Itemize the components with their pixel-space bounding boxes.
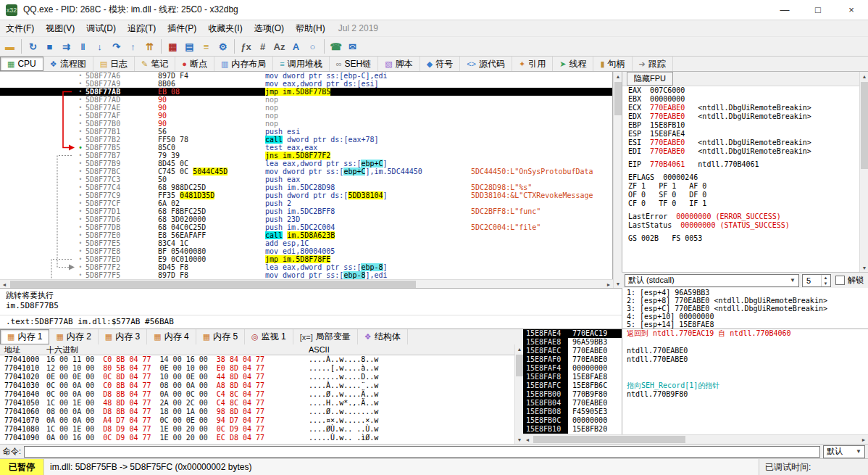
stack-row[interactable]: 15E8FAE896A59BB3 xyxy=(523,338,622,347)
command-input[interactable] xyxy=(24,446,820,458)
argument-row[interactable]: 2: [esp+8] 770EABE0 <ntdll.DbgUiRemoteBr… xyxy=(622,297,868,305)
memory-row[interactable]: 770410700A 00 0A 00 A4 D7 04 77 0C 00 0E… xyxy=(0,416,514,425)
disasm-row[interactable]: •5D8F77E583C4 1Cadd esp,1C xyxy=(0,239,612,247)
stack-row[interactable]: 15E8FB08F45905E3 xyxy=(523,408,622,416)
tab-symbols[interactable]: ◆符号 xyxy=(420,57,460,71)
hide-fpu-button[interactable]: 隐藏FPU xyxy=(627,72,673,86)
stack-row[interactable]: 15E8FB1015E8FB20 xyxy=(523,425,622,434)
minimize-button[interactable]: — xyxy=(768,0,801,20)
memory-row[interactable]: 770410801C 00 1E 00 D8 D9 04 77 1E 00 20… xyxy=(0,425,514,434)
argument-row[interactable]: 3: [esp+C] 770EABE0 <ntdll.DbgUiRemoteBr… xyxy=(622,305,868,313)
step-into-icon[interactable]: ↓ xyxy=(91,38,108,55)
stack-row[interactable]: 15E8FB04770EABE0 xyxy=(523,399,622,408)
tab-call-stack[interactable]: ≡调用堆栈 xyxy=(273,57,329,71)
tab-memory-map[interactable]: ▥内存布局 xyxy=(214,57,273,71)
register-flags[interactable]: OF 0 SF 0 DF 0 xyxy=(622,191,859,199)
calling-convention-dropdown[interactable]: 默认 (stdcall) ▼ xyxy=(625,274,799,287)
scroll-left-arrow[interactable]: ◄ xyxy=(523,435,532,444)
registers-vscrollbar[interactable]: ▲ ▼ xyxy=(859,72,868,272)
tab-log[interactable]: ▤日志 xyxy=(93,57,135,71)
argument-row[interactable]: 4: [esp+10] 00000000 xyxy=(622,313,868,321)
stack-comment-row[interactable]: 指向SEH_Record[1]的指针 xyxy=(622,381,868,390)
stack-comment-row[interactable] xyxy=(622,399,868,408)
stack-row[interactable]: 15E8FAF0770EABE0 xyxy=(523,355,622,364)
tab-memory-5[interactable]: ▦内存 5 xyxy=(196,329,245,344)
register-row[interactable]: LastError 00000000 (ERROR_SUCCESS) xyxy=(622,212,859,221)
run-to-user-code-icon[interactable]: ⇈ xyxy=(141,38,158,55)
pause-icon[interactable]: ‖ xyxy=(75,38,91,55)
register-flags[interactable]: GS 002B FS 0053 xyxy=(622,234,859,243)
disasm-row[interactable]: •5D8F77C350push eax xyxy=(0,175,612,183)
disasm-row[interactable]: •5D8F77CF6A 02push 2 xyxy=(0,199,612,207)
register-row[interactable]: EIP 770B4061 ntdll.770B4061 xyxy=(622,160,859,169)
arguments-pane[interactable]: 1: [esp+4] 96A59BB32: [esp+8] 770EABE0 <… xyxy=(622,288,868,329)
disasm-row[interactable]: •5D8F77D168 F8BFC25Dpush im.5DC2BFF85DC2… xyxy=(0,207,612,215)
disasm-row[interactable]: •5D8F77AD90nop xyxy=(0,96,612,104)
stack-comment-row[interactable] xyxy=(622,364,868,373)
menu-item[interactable]: 帮助(H) xyxy=(290,21,331,36)
disassembly-hscrollbar[interactable]: ◄ ► xyxy=(0,279,613,288)
register-row[interactable]: EFLAGS 00000246 xyxy=(622,173,859,182)
disasm-row[interactable]: •5D8F77A6897D F4mov dword ptr ss:[ebp-C]… xyxy=(0,72,612,80)
register-row[interactable]: EBX 00000000 xyxy=(622,95,859,104)
menu-item[interactable]: 插件(P) xyxy=(162,21,202,36)
scroll-down-arrow[interactable]: ▼ xyxy=(860,263,868,272)
checkbox-icon[interactable] xyxy=(835,276,845,285)
stack-row[interactable]: 15E8FAF815E8FAE8 xyxy=(523,373,622,381)
search-icon[interactable]: ○ xyxy=(304,38,321,55)
tab-watch-1[interactable]: ◎监视 1 xyxy=(245,329,293,344)
scrollbar-thumb[interactable] xyxy=(861,82,868,169)
step-over-icon[interactable]: ↷ xyxy=(108,38,125,55)
scrollbar-thumb[interactable] xyxy=(516,355,523,376)
disasm-row[interactable]: •5D8F77DB68 04C0C25Dpush im.5DC2C0045DC2… xyxy=(0,223,612,231)
register-row[interactable]: EAX 007C6000 xyxy=(622,86,859,95)
scrollbar-thumb[interactable] xyxy=(614,82,622,115)
comments-icon[interactable]: ✉ xyxy=(344,38,361,55)
memory-row[interactable]: 7704106008 00 0A 00 D8 8B 04 77 18 00 1A… xyxy=(0,408,514,416)
disasm-row[interactable]: •5D8F77E0E8 56EAFAFFcall im.5D8A623B xyxy=(0,231,612,239)
command-profile-dropdown[interactable]: 默认 ▼ xyxy=(823,445,865,458)
memory-dump-pane[interactable]: 地址 十六进制 ASCII 7704100016 00 11 00 C0 8B … xyxy=(0,344,514,444)
argument-row[interactable]: 5: [esp+14] 15E8FAE8 xyxy=(622,321,868,329)
strings-icon[interactable]: Az xyxy=(271,38,288,55)
disasm-row[interactable]: •5D8F77ABEB 08jmp im.5D8F77B5 xyxy=(0,88,612,96)
step-out-icon[interactable]: ↑ xyxy=(125,38,141,55)
menu-item[interactable]: 文件(F) xyxy=(0,21,40,36)
register-row[interactable]: LastStatus 00000000 (STATUS_SUCCESS) xyxy=(622,221,859,230)
tab-memory-2[interactable]: ▦内存 2 xyxy=(49,329,98,344)
disasm-row[interactable]: •5D8F77B2FF50 78call dword ptr ds:[eax+7… xyxy=(0,136,612,144)
disasm-row[interactable]: •5D8F77AF90nop xyxy=(0,112,612,120)
menu-item[interactable]: 调试(D) xyxy=(80,21,122,36)
stack-row[interactable]: 15E8FB00770B9F80 xyxy=(523,390,622,399)
disasm-row[interactable]: •5D8F77F28D45 F8lea eax,dword ptr ss:[eb… xyxy=(0,263,612,271)
disasm-row[interactable]: •5D8F77C9FF35 0481D35Dpush dword ptr ds:… xyxy=(0,191,612,199)
stack-comment-row[interactable]: ntdll.770EABE0 xyxy=(622,347,868,355)
unlock-checkbox[interactable]: 解锁 xyxy=(834,275,865,286)
register-row[interactable]: ECX 770EABE0 <ntdll.DbgUiRemoteBreakin> xyxy=(622,104,859,112)
menu-item[interactable]: 选项(O) xyxy=(249,21,290,36)
tab-notes[interactable]: ✎笔记 xyxy=(135,57,175,71)
stack-comments-pane[interactable]: 返回到 ntdll.770EAC19 自 ntdll.770B4060 ntdl… xyxy=(622,329,868,434)
stack-hscrollbar[interactable]: ◄ ► xyxy=(523,434,868,444)
disasm-row[interactable]: •5D8F77BCC745 0C 5044C45Dmov dword ptr s… xyxy=(0,168,612,175)
tab-cpu[interactable]: ▦CPU xyxy=(0,57,43,71)
argument-row[interactable]: 1: [esp+4] 96A59BB3 xyxy=(622,289,868,297)
disasm-row[interactable]: •5D8F77B156push esi xyxy=(0,128,612,136)
disasm-row[interactable]: •5D8F77B585C0test eax,eax xyxy=(0,144,612,152)
tab-handles[interactable]: ▮句柄 xyxy=(593,57,632,71)
settings-icon[interactable]: ⚙ xyxy=(214,38,231,55)
stack-comment-row[interactable] xyxy=(622,408,868,416)
menu-item[interactable]: 追踪(T) xyxy=(122,21,162,36)
stack-comment-row[interactable]: 返回到 ntdll.770EAC19 自 ntdll.770B4060 xyxy=(622,329,868,338)
tab-memory-3[interactable]: ▦内存 3 xyxy=(99,329,147,344)
menu-item[interactable]: 收藏夹(I) xyxy=(202,21,248,36)
disasm-row[interactable]: •5D8F77EDE9 0C010000jmp im.5D8F78FE xyxy=(0,255,612,263)
run-icon[interactable]: ⇉ xyxy=(58,38,75,55)
breakpoints-icon[interactable]: ▦ xyxy=(164,38,181,55)
disasm-row[interactable]: •5D8F77E8BF 05400080mov edi,80004005 xyxy=(0,247,612,255)
tab-locals[interactable]: [x=]局部变量 xyxy=(293,329,358,344)
disasm-row[interactable]: •5D8F77B779 39jns im.5D8F77F2 xyxy=(0,152,612,160)
disasm-row[interactable]: •5D8F77AE90nop xyxy=(0,104,612,112)
registers-pane[interactable]: 隐藏FPU EAX 007C6000EBX 00000000ECX 770EAB… xyxy=(622,72,859,272)
disasm-row[interactable]: •5D8F77C468 988DC25Dpush im.5DC28D985DC2… xyxy=(0,183,612,191)
